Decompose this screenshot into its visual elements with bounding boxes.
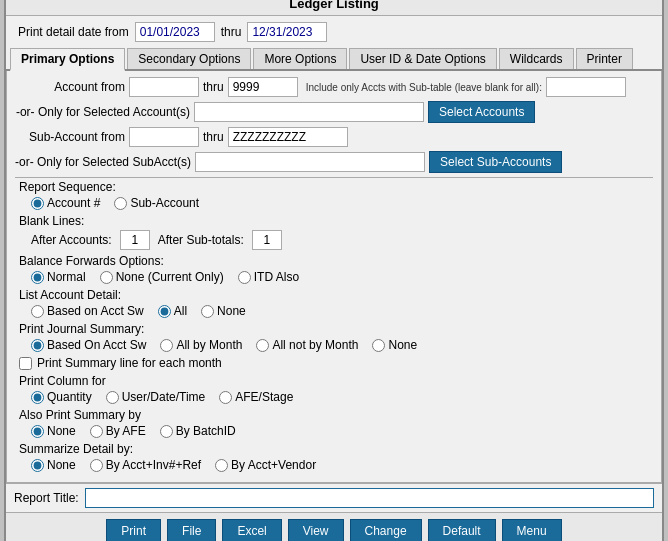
primary-options-content: Account from thru Include only Accts wit… <box>6 71 662 483</box>
menu-button[interactable]: Menu <box>502 519 562 541</box>
select-subaccounts-row: -or- Only for Selected SubAcct(s) Select… <box>15 151 653 173</box>
account-hint-input[interactable] <box>546 77 626 97</box>
also-print-summary-label: Also Print Summary by <box>19 408 653 422</box>
aps-by-afe-radio[interactable] <box>90 425 103 438</box>
lad-none-option[interactable]: None <box>201 304 246 318</box>
report-seq-acct-option[interactable]: Account # <box>31 196 100 210</box>
window-title: Ledger Listing <box>289 0 379 11</box>
or-label2: -or- Only for Selected SubAcct(s) <box>15 155 191 169</box>
bf-none-option[interactable]: None (Current Only) <box>100 270 224 284</box>
report-seq-subacct-radio[interactable] <box>114 197 127 210</box>
lad-all-option[interactable]: All <box>158 304 187 318</box>
lad-acct-sw-radio[interactable] <box>31 305 44 318</box>
print-journal-summary-label: Print Journal Summary: <box>19 322 653 336</box>
change-button[interactable]: Change <box>350 519 422 541</box>
aps-by-batchid-option[interactable]: By BatchID <box>160 424 236 438</box>
report-title-input[interactable] <box>85 488 654 508</box>
print-summary-checkbox[interactable] <box>19 357 32 370</box>
date-from-input[interactable] <box>135 22 215 42</box>
pjs-based-acct-option[interactable]: Based On Acct Sw <box>31 338 146 352</box>
date-thru-label: thru <box>221 25 242 39</box>
title-bar: Ledger Listing <box>6 0 662 16</box>
summarize-detail-label: Summarize Detail by: <box>19 442 653 456</box>
tab-wildcards[interactable]: Wildcards <box>499 48 574 69</box>
print-summary-label: Print Summary line for each month <box>37 356 222 370</box>
balance-forwards-options: Normal None (Current Only) ITD Also <box>31 270 653 284</box>
print-summary-checkbox-row: Print Summary line for each month <box>19 356 653 370</box>
after-accounts-input[interactable] <box>120 230 150 250</box>
sd-by-acct-inv-option[interactable]: By Acct+Inv#+Ref <box>90 458 201 472</box>
sd-by-acct-vendor-radio[interactable] <box>215 459 228 472</box>
sd-none-radio[interactable] <box>31 459 44 472</box>
subaccount-thru-label: thru <box>203 130 224 144</box>
account-thru-input[interactable] <box>228 77 298 97</box>
tab-primary[interactable]: Primary Options <box>10 48 125 71</box>
view-button[interactable]: View <box>288 519 344 541</box>
pc-quantity-option[interactable]: Quantity <box>31 390 92 404</box>
subaccount-from-label: Sub-Account from <box>15 130 125 144</box>
pjs-all-not-option[interactable]: All not by Month <box>256 338 358 352</box>
pjs-all-not-radio[interactable] <box>256 339 269 352</box>
file-button[interactable]: File <box>167 519 216 541</box>
report-sequence-options: Account # Sub-Account <box>31 196 653 210</box>
account-thru-label: thru <box>203 80 224 94</box>
date-thru-input[interactable] <box>247 22 327 42</box>
tab-secondary[interactable]: Secondary Options <box>127 48 251 69</box>
aps-by-afe-option[interactable]: By AFE <box>90 424 146 438</box>
aps-none-option[interactable]: None <box>31 424 76 438</box>
selected-subaccounts-input[interactable] <box>195 152 425 172</box>
pjs-based-acct-radio[interactable] <box>31 339 44 352</box>
sd-by-acct-inv-radio[interactable] <box>90 459 103 472</box>
bf-normal-radio[interactable] <box>31 271 44 284</box>
pjs-none-radio[interactable] <box>372 339 385 352</box>
pc-user-date-radio[interactable] <box>106 391 119 404</box>
selected-accounts-input[interactable] <box>194 102 424 122</box>
tab-printer[interactable]: Printer <box>576 48 633 69</box>
select-subaccounts-button[interactable]: Select Sub-Accounts <box>429 151 562 173</box>
print-column-section: Print Column for Quantity User/Date/Time… <box>15 374 653 404</box>
summarize-detail-options: None By Acct+Inv#+Ref By Acct+Vendor <box>31 458 653 472</box>
pjs-all-by-month-option[interactable]: All by Month <box>160 338 242 352</box>
blank-lines-section: Blank Lines: After Accounts: After Sub-t… <box>15 214 653 250</box>
bottom-bar: Print File Excel View Change Default Men… <box>6 512 662 541</box>
pc-user-date-option[interactable]: User/Date/Time <box>106 390 206 404</box>
subaccount-thru-input[interactable] <box>228 127 348 147</box>
select-accounts-row: -or- Only for Selected Account(s) Select… <box>15 101 653 123</box>
select-accounts-button[interactable]: Select Accounts <box>428 101 535 123</box>
subaccount-from-row: Sub-Account from thru <box>15 127 653 147</box>
sd-by-acct-vendor-option[interactable]: By Acct+Vendor <box>215 458 316 472</box>
report-seq-subacct-option[interactable]: Sub-Account <box>114 196 199 210</box>
bf-none-radio[interactable] <box>100 271 113 284</box>
pc-afe-radio[interactable] <box>219 391 232 404</box>
pjs-none-option[interactable]: None <box>372 338 417 352</box>
bf-itd-radio[interactable] <box>238 271 251 284</box>
report-seq-acct-radio[interactable] <box>31 197 44 210</box>
lad-acct-sw-option[interactable]: Based on Acct Sw <box>31 304 144 318</box>
bf-itd-option[interactable]: ITD Also <box>238 270 299 284</box>
print-journal-summary-options: Based On Acct Sw All by Month All not by… <box>31 338 653 352</box>
also-print-summary-options: None By AFE By BatchID <box>31 424 653 438</box>
tabs-row: Primary Options Secondary Options More O… <box>6 48 662 71</box>
account-hint: Include only Accts with Sub-table (leave… <box>306 82 542 93</box>
sd-none-option[interactable]: None <box>31 458 76 472</box>
tab-userid[interactable]: User ID & Date Options <box>349 48 496 69</box>
list-account-detail-options: Based on Acct Sw All None <box>31 304 653 318</box>
excel-button[interactable]: Excel <box>222 519 281 541</box>
print-button[interactable]: Print <box>106 519 161 541</box>
bf-normal-option[interactable]: Normal <box>31 270 86 284</box>
aps-none-radio[interactable] <box>31 425 44 438</box>
lad-none-radio[interactable] <box>201 305 214 318</box>
pc-quantity-radio[interactable] <box>31 391 44 404</box>
account-from-label: Account from <box>15 80 125 94</box>
aps-by-batchid-radio[interactable] <box>160 425 173 438</box>
tab-more[interactable]: More Options <box>253 48 347 69</box>
account-from-input[interactable] <box>129 77 199 97</box>
lad-all-radio[interactable] <box>158 305 171 318</box>
pjs-all-by-month-radio[interactable] <box>160 339 173 352</box>
main-window: Ledger Listing Print detail date from th… <box>4 0 664 541</box>
after-accounts-label: After Accounts: <box>31 233 112 247</box>
after-subtotals-input[interactable] <box>252 230 282 250</box>
pc-afe-option[interactable]: AFE/Stage <box>219 390 293 404</box>
subaccount-from-input[interactable] <box>129 127 199 147</box>
default-button[interactable]: Default <box>428 519 496 541</box>
